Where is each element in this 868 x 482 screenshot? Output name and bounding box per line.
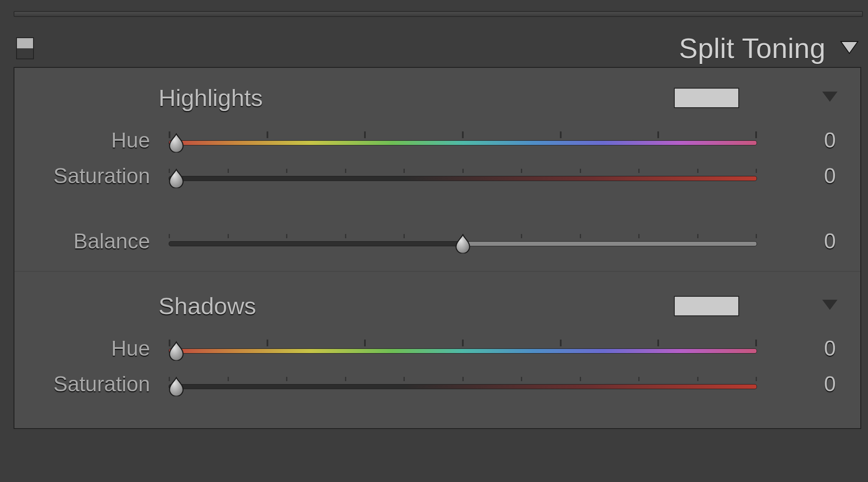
svg-marker-1 <box>822 92 837 102</box>
shadows-section-header: Shadows <box>31 292 843 320</box>
highlights-section-header: Highlights <box>31 84 843 111</box>
balance-knob[interactable] <box>453 233 473 254</box>
split-toning-panel-header: Split Toning <box>14 32 861 67</box>
balance-value[interactable]: 0 <box>767 229 843 254</box>
shadows-saturation-knob[interactable] <box>166 376 186 396</box>
highlights-hue-label: Hue <box>31 128 159 153</box>
shadows-label: Shadows <box>159 292 674 320</box>
highlights-saturation-value[interactable]: 0 <box>767 164 843 188</box>
panel-title: Split Toning <box>679 32 826 64</box>
highlights-hue-slider[interactable] <box>169 131 757 150</box>
panel-divider <box>14 11 863 17</box>
highlights-hue-value[interactable]: 0 <box>767 128 843 153</box>
shadows-saturation-row: Saturation 0 <box>31 366 843 402</box>
shadows-disclosure-icon[interactable] <box>821 299 843 313</box>
highlights-disclosure-icon[interactable] <box>821 91 843 105</box>
split-toning-panel: Highlights Hue <box>14 67 861 429</box>
balance-slider[interactable] <box>169 231 757 251</box>
shadows-hue-row: Hue 0 <box>31 331 843 366</box>
shadows-saturation-value[interactable]: 0 <box>767 372 843 396</box>
svg-marker-2 <box>822 300 837 310</box>
section-separator <box>14 271 860 272</box>
highlights-saturation-label: Saturation <box>31 164 159 188</box>
highlights-hue-row: Hue 0 <box>31 123 843 158</box>
highlights-saturation-knob[interactable] <box>166 168 186 188</box>
highlights-saturation-row: Saturation 0 <box>31 158 843 194</box>
highlights-color-swatch[interactable] <box>674 88 739 108</box>
panel-disclosure-icon[interactable] <box>840 41 859 56</box>
shadows-color-swatch[interactable] <box>674 296 739 316</box>
balance-label: Balance <box>31 229 159 254</box>
shadows-hue-slider[interactable] <box>169 339 757 358</box>
shadows-hue-knob[interactable] <box>166 340 186 361</box>
highlights-hue-knob[interactable] <box>166 132 186 153</box>
svg-marker-0 <box>841 42 858 53</box>
shadows-saturation-slider[interactable] <box>169 374 757 394</box>
shadows-hue-label: Hue <box>31 336 159 361</box>
highlights-saturation-slider[interactable] <box>169 166 757 186</box>
shadows-saturation-label: Saturation <box>31 372 159 396</box>
balance-row: Balance 0 <box>31 223 843 259</box>
shadows-hue-value[interactable]: 0 <box>767 336 843 361</box>
highlights-label: Highlights <box>159 84 674 111</box>
panel-enable-toggle[interactable] <box>16 37 34 59</box>
